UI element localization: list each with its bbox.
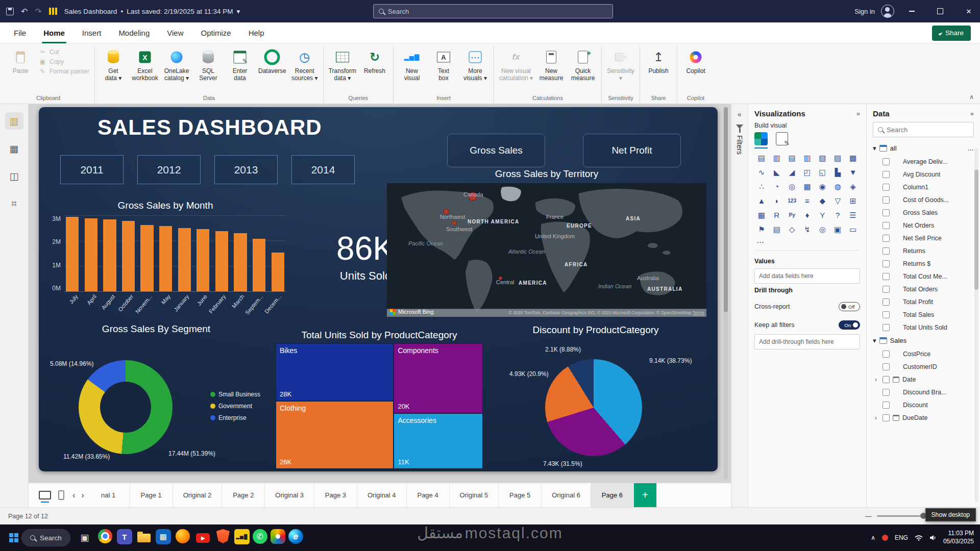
power-bi-icon[interactable] (234, 529, 250, 544)
map-icon[interactable]: ◉ (815, 180, 829, 193)
minimize-button[interactable] (900, 0, 923, 22)
field-item[interactable]: › Discount (873, 398, 974, 411)
bar[interactable] (83, 215, 100, 291)
scorecard-icon[interactable]: ▣ (830, 223, 845, 236)
collapse-ribbon-icon[interactable]: ∧ (969, 93, 974, 101)
close-button[interactable]: ✕ (958, 0, 980, 22)
refresh-button[interactable]: Refresh (359, 46, 390, 74)
page-tab[interactable]: Original 6 (542, 483, 591, 507)
stacked-area-chart-icon[interactable]: ◢ (785, 166, 799, 179)
save-icon[interactable] (6, 8, 14, 15)
bar-chart-visual[interactable]: Gross Sales by Month 3M2M1M0M JulyAprilA… (45, 200, 286, 321)
field-item[interactable]: › Total Profit (873, 295, 974, 308)
field-checkbox[interactable] (883, 235, 890, 242)
field-checkbox[interactable] (883, 376, 890, 383)
treemap-cell[interactable]: Components 20K (394, 343, 483, 413)
field-item[interactable]: › Column1 (873, 181, 974, 193)
bar-rect[interactable] (272, 253, 284, 291)
title-caret-icon[interactable]: ▾ (237, 7, 240, 15)
excel-workbook-button[interactable]: Excel workbook (130, 46, 160, 82)
onelake-catalog-button[interactable]: OneLake catalog ▾ (161, 46, 192, 82)
menu-item[interactable]: Home (35, 22, 74, 43)
menu-item[interactable]: Optimize (192, 22, 240, 43)
report-view-button[interactable]: ▥ (5, 112, 23, 130)
field-item[interactable]: › Date (873, 373, 974, 386)
more-visual-options-icon[interactable]: ⋯ (754, 237, 860, 251)
field-checkbox[interactable] (883, 273, 890, 280)
field-checkbox[interactable] (883, 286, 890, 293)
smart-narrative-icon[interactable]: ☰ (846, 209, 860, 221)
page-tab[interactable]: Original 4 (357, 483, 407, 507)
bar-rect[interactable] (103, 219, 116, 291)
publish-button[interactable]: Publish (643, 46, 674, 74)
menu-item[interactable]: File (5, 22, 35, 43)
line-clustered-column-chart-icon[interactable]: ◱ (815, 166, 829, 179)
copilot-button[interactable]: Copilot (680, 46, 711, 74)
bar-rect[interactable] (215, 231, 228, 291)
multi-row-card-icon[interactable]: ≡ (800, 194, 815, 207)
field-checkbox[interactable] (883, 350, 890, 358)
transform-data-button[interactable]: Transform data ▾ (327, 46, 358, 82)
add-data-fields-well[interactable]: Add data fields here (754, 268, 860, 284)
paginated-report-icon[interactable]: ▤ (770, 223, 784, 236)
field-checkbox[interactable] (883, 402, 890, 409)
collapse-data-panel-icon[interactable]: » (970, 110, 974, 117)
power-automate-icon[interactable]: ↯ (800, 223, 815, 236)
scrollbar-thumb[interactable] (724, 107, 728, 312)
paste-button[interactable]: Paste (5, 46, 36, 74)
field-checkbox[interactable] (883, 389, 890, 396)
map-canvas[interactable]: CanadaNorthwestSouthwestNORTH AMERICAFra… (387, 183, 706, 317)
sign-in-link[interactable]: Sign in (854, 8, 875, 15)
gross-sales-button[interactable]: Gross Sales (447, 134, 545, 167)
r-script-visual-icon[interactable]: R (770, 209, 784, 221)
clock[interactable]: 11:03 PM 05/03/2025 (943, 530, 974, 545)
data-panel-scrollbar[interactable] (974, 148, 978, 502)
legend-item[interactable]: Enterprise (210, 414, 260, 421)
search-field[interactable] (388, 8, 607, 15)
field-item[interactable]: › Total Sales (873, 308, 974, 321)
table-expand-icon[interactable]: ▾ (873, 337, 876, 344)
waterfall-chart-icon[interactable]: ▙ (830, 166, 845, 179)
year-button[interactable]: 2013 (214, 155, 278, 184)
prev-page-arrow[interactable]: ‹ (69, 483, 78, 507)
field-item[interactable]: › Gross Sales (873, 206, 974, 219)
field-item[interactable]: › Net Orders (873, 219, 974, 232)
sensitivity-button[interactable]: Sensitivity ▾ (605, 46, 636, 82)
map-visual[interactable]: Gross Sales by Territory (387, 168, 706, 317)
format-visual-icon[interactable] (776, 132, 788, 145)
field-checkbox[interactable] (883, 171, 890, 178)
data-search-field[interactable] (887, 126, 976, 134)
metrics-icon[interactable]: ⚑ (754, 223, 769, 236)
treemap-cell[interactable]: Clothing 26K (276, 401, 394, 469)
key-influencers-icon[interactable]: ♦ (800, 209, 815, 221)
field-checkbox[interactable] (883, 414, 890, 421)
model-view-button[interactable]: ◫ (5, 167, 23, 185)
bar-rect[interactable] (140, 225, 153, 291)
power-apps-icon[interactable]: ◇ (785, 223, 799, 236)
new-visual-button[interactable]: New visual (397, 46, 427, 82)
page-tab[interactable]: Original 5 (450, 483, 499, 507)
field-item[interactable]: › CostPrice (873, 347, 974, 360)
language-indicator[interactable]: ENG (895, 534, 908, 541)
add-page-button[interactable]: + (634, 483, 656, 507)
page-tab[interactable]: nal 1 (87, 483, 130, 507)
text-box-button[interactable]: Text box (428, 46, 459, 82)
enter-data-button[interactable]: Enter data (225, 46, 255, 82)
get-data-button[interactable]: Get data ▾ (98, 46, 129, 82)
field-item[interactable]: › Total Units Sold (873, 321, 974, 334)
treemap-visual[interactable]: Total Units Sold by ProductCategory Bike… (276, 330, 483, 470)
page-tab[interactable]: Original 2 (173, 483, 223, 507)
qa-visual-icon[interactable]: ? (830, 209, 845, 221)
bar[interactable] (120, 215, 137, 291)
card-icon[interactable]: 123 (785, 194, 799, 207)
sql-server-button[interactable]: SQL Server (193, 46, 224, 82)
share-button[interactable]: Share (932, 26, 971, 41)
keep-all-filters-toggle[interactable]: On (839, 320, 860, 330)
treemap-icon[interactable]: ▦ (800, 180, 815, 193)
year-button[interactable]: 2014 (291, 155, 355, 184)
net-profit-button[interactable]: Net Profit (583, 134, 681, 167)
table-expand-icon[interactable]: ▾ (873, 144, 876, 152)
pie-circle[interactable] (545, 359, 642, 456)
canvas-scrollbar[interactable] (724, 107, 728, 480)
expand-filters-icon[interactable]: « (738, 110, 742, 118)
